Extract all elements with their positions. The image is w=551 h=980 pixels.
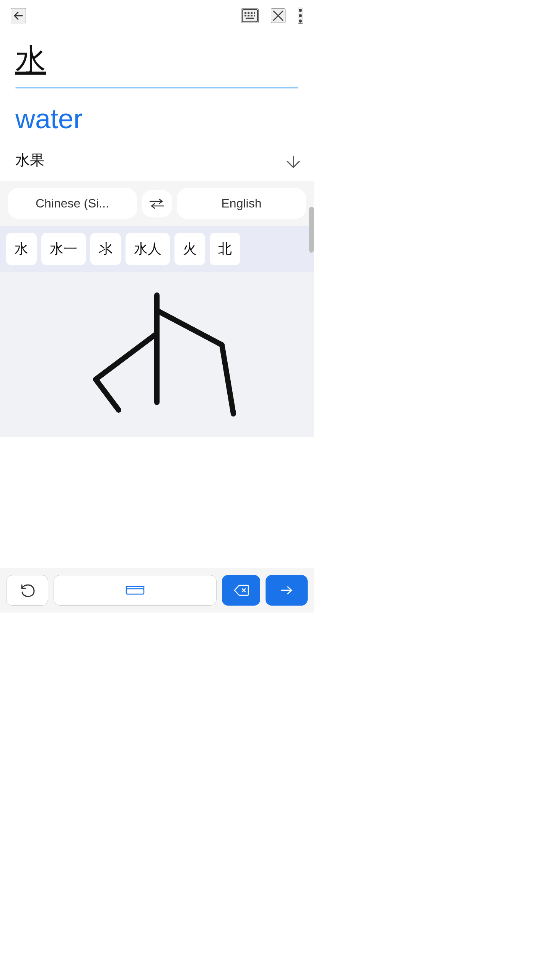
svg-rect-5	[245, 15, 246, 16]
hw-chip-2[interactable]: 氺	[90, 233, 121, 265]
translation-section: water	[0, 88, 314, 135]
more-options-button[interactable]	[298, 8, 303, 24]
language-swap-button[interactable]	[142, 190, 172, 217]
svg-point-11	[299, 14, 302, 17]
hw-chip-1[interactable]: 水一	[41, 233, 86, 265]
svg-rect-13	[126, 589, 144, 594]
hw-chip-5[interactable]: 北	[210, 233, 240, 265]
target-language-button[interactable]: English	[177, 188, 306, 219]
handwriting-drawing	[0, 272, 314, 437]
scrollbar[interactable]	[309, 207, 314, 253]
hw-chip-4[interactable]: 火	[174, 233, 205, 265]
svg-rect-6	[248, 15, 249, 16]
svg-rect-1	[245, 12, 246, 14]
svg-point-12	[299, 20, 302, 23]
bottom-action-bar	[0, 568, 314, 612]
svg-rect-7	[251, 15, 253, 16]
source-section: 水	[0, 31, 314, 77]
hw-chip-0[interactable]: 水	[6, 233, 37, 265]
svg-rect-8	[254, 15, 255, 16]
svg-rect-2	[248, 12, 249, 14]
top-navigation-bar	[0, 0, 314, 31]
delete-button[interactable]	[222, 575, 260, 606]
source-text[interactable]: 水	[15, 43, 298, 77]
hw-chip-3[interactable]: 水人	[126, 233, 170, 265]
svg-rect-9	[246, 18, 254, 19]
space-button[interactable]	[54, 575, 217, 606]
back-button[interactable]	[11, 8, 26, 23]
suggestion-row[interactable]: 水果	[0, 135, 314, 181]
top-bar-right	[241, 8, 303, 24]
close-button[interactable]	[271, 8, 285, 23]
keyboard-toggle-button[interactable]	[241, 8, 259, 23]
enter-button[interactable]	[266, 575, 308, 606]
handwriting-suggestions-row: 水 水一 氺 水人 火 北	[0, 226, 314, 272]
undo-button[interactable]	[6, 575, 48, 606]
suggestion-text: 水果	[15, 150, 44, 170]
svg-point-10	[299, 9, 302, 12]
source-language-button[interactable]: Chinese (Si...	[8, 188, 137, 219]
translation-text: water	[15, 102, 298, 135]
svg-rect-4	[254, 12, 255, 14]
language-selector-bar: Chinese (Si... English	[0, 181, 314, 226]
handwriting-canvas[interactable]	[0, 272, 314, 437]
suggestion-arrow-icon	[280, 149, 302, 171]
svg-rect-3	[251, 12, 253, 14]
